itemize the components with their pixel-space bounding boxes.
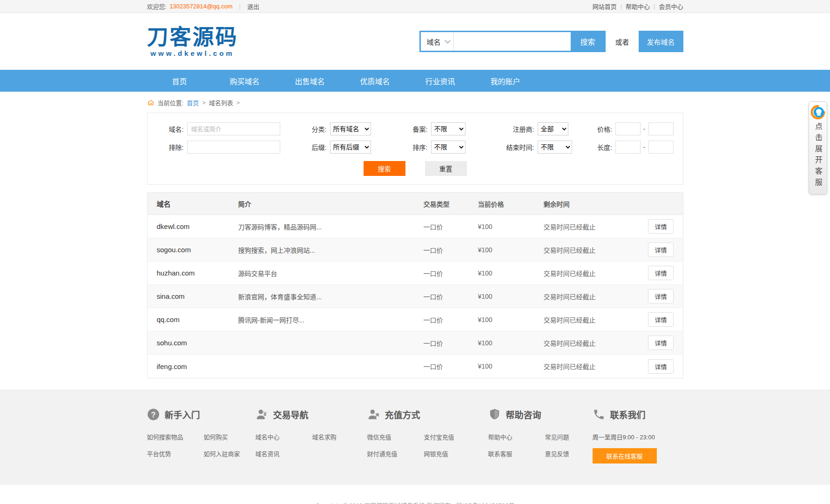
detail-button[interactable]: 详情 — [648, 336, 673, 350]
price-max-input[interactable] — [648, 122, 674, 135]
breadcrumb-home-link[interactable]: 首页 — [187, 98, 199, 107]
footer-column-beginner: ? 新手入门 如何搜索物品 如何购买 平台优势 如何入驻商家 — [147, 408, 256, 464]
footer-link[interactable]: 域名求购 — [312, 432, 364, 441]
nav-item-home[interactable]: 首页 — [147, 70, 212, 92]
time-cell: 交易时间已经截止 — [544, 269, 645, 278]
topbar-link-member[interactable]: 会员中心 — [659, 2, 683, 11]
suffix-select[interactable]: 所有后缀 — [330, 141, 371, 154]
nav-item-buy-domain[interactable]: 购买域名 — [212, 70, 277, 92]
table-row: sohu.com 一口价 ¥100 交易时间已经截止 详情 — [148, 331, 683, 355]
domain-cell: sohu.com — [157, 339, 238, 347]
contact-online-service-button[interactable]: 联系在线客服 — [593, 448, 657, 464]
nav-item-industry-news[interactable]: 行业资讯 — [408, 70, 473, 92]
breadcrumb-current: 域名列表 — [209, 98, 233, 107]
length-max-input[interactable] — [648, 141, 674, 154]
time-cell: 交易时间已经截止 — [544, 362, 645, 371]
filter-search-button[interactable]: 搜索 — [364, 161, 405, 176]
time-cell: 交易时间已经截止 — [544, 222, 645, 231]
column-header-type: 交易类型 — [424, 199, 478, 208]
or-text: 或者 — [615, 37, 629, 47]
nav-item-premium-domain[interactable]: 优质域名 — [343, 70, 408, 92]
exclude-filter-input[interactable] — [187, 141, 280, 154]
detail-button[interactable]: 详情 — [648, 289, 673, 303]
filter-reset-button[interactable]: 重置 — [425, 161, 467, 176]
detail-button[interactable]: 详情 — [648, 219, 673, 234]
footer-link[interactable]: 帮助中心 — [488, 432, 540, 441]
detail-button[interactable]: 详情 — [648, 242, 673, 257]
price-min-input[interactable] — [615, 122, 641, 135]
type-cell: 一口价 — [424, 269, 478, 278]
table-row: dkewl.com 刀客源码博客，精品源码网... 一口价 ¥100 交易时间已… — [148, 215, 683, 238]
site-footer: ? 新手入门 如何搜索物品 如何购买 平台优势 如何入驻商家 ¥ 交易导航 — [0, 390, 830, 485]
footer-link[interactable]: 财付通充值 — [367, 449, 419, 458]
nav-item-sell-domain[interactable]: 出售域名 — [277, 70, 343, 92]
table-row: sina.com 新浪官网，体育盛事全知道... 一口价 ¥100 交易时间已经… — [148, 285, 683, 308]
footer-link[interactable]: 微信充值 — [367, 432, 419, 441]
copyright-text: Copyright © 2019 刀客源码测试域名系统 版权所有 - 浙ICP备… — [0, 485, 830, 504]
detail-button[interactable]: 详情 — [648, 359, 673, 374]
exclude-filter-label: 排除: — [157, 142, 184, 152]
price-cell: ¥100 — [478, 223, 544, 230]
detail-button[interactable]: 详情 — [648, 266, 673, 280]
publish-domain-button[interactable]: 发布域名 — [639, 31, 683, 52]
site-logo[interactable]: 刀客源码 www.dkewl.com — [147, 26, 238, 57]
column-header-time: 剩余时间 — [544, 199, 645, 208]
desc-cell: 新浪官网，体育盛事全知道... — [238, 292, 424, 301]
footer-column-title: 联系我们 — [610, 408, 646, 421]
price-cell: ¥100 — [478, 339, 544, 347]
column-header-domain: 域名 — [157, 199, 238, 208]
account-email-link[interactable]: 13023572814@qq.com — [169, 3, 232, 10]
topbar-link-help[interactable]: 帮助中心 — [626, 2, 650, 11]
search-category-dropdown[interactable]: 域名 — [421, 32, 453, 51]
domain-filter-input[interactable] — [187, 122, 280, 135]
footer-link[interactable]: 域名资讯 — [256, 449, 308, 458]
table-row: ifeng.com 一口价 ¥100 交易时间已经截止 详情 — [148, 355, 683, 378]
question-circle-icon: ? — [147, 408, 160, 421]
beian-select[interactable]: 不限 — [431, 122, 466, 135]
table-row: qq.com 腾讯网-新闻一网打尽... 一口价 ¥100 交易时间已经截止 详… — [148, 308, 683, 331]
registrar-select[interactable]: 全部 — [538, 122, 568, 135]
suffix-filter-label: 后缀: — [304, 142, 327, 152]
footer-link[interactable]: 域名中心 — [256, 432, 308, 441]
table-header-row: 域名 简介 交易类型 当前价格 剩余时间 — [148, 193, 683, 215]
logout-link[interactable]: 退出 — [247, 2, 259, 11]
category-select[interactable]: 所有域名 — [330, 122, 371, 135]
footer-link[interactable]: 如何入驻商家 — [204, 449, 256, 458]
price-cell: ¥100 — [478, 363, 544, 370]
detail-button[interactable]: 详情 — [648, 312, 673, 327]
footer-column-title: 新手入门 — [165, 408, 200, 421]
footer-link[interactable]: 联系客服 — [488, 449, 540, 458]
desc-cell: 腾讯网-新闻一网打尽... — [238, 315, 424, 324]
topbar: 欢迎您: 13023572814@qq.com | 退出 网站首页 | 帮助中心… — [0, 0, 830, 13]
topbar-link-home[interactable]: 网站首页 — [593, 2, 617, 11]
footer-link[interactable]: 意见反馈 — [545, 449, 597, 458]
footer-link[interactable]: 平台优势 — [147, 449, 199, 458]
footer-link[interactable]: 如何搜索物品 — [147, 432, 199, 441]
domain-filter-label: 域名: — [157, 124, 184, 134]
endtime-select[interactable]: 不限 — [538, 141, 572, 154]
domain-cell: qq.com — [157, 316, 238, 323]
domain-list-table: 域名 简介 交易类型 当前价格 剩余时间 dkewl.com 刀客源码博客，精品… — [147, 192, 683, 378]
domain-filter-panel: 域名: 分类: 所有域名 备案: 不限 注册商: 全部 — [147, 113, 683, 185]
desc-cell: 搜狗搜索，网上冲浪网站... — [238, 245, 424, 255]
footer-link[interactable]: 网银充值 — [424, 449, 476, 458]
shield-icon — [488, 408, 501, 421]
header-search-input[interactable] — [454, 32, 571, 51]
customer-service-widget[interactable]: 点击展开客服 — [809, 101, 827, 195]
footer-link[interactable]: 支付宝充值 — [424, 432, 476, 441]
time-cell: 交易时间已经截止 — [544, 338, 645, 348]
phone-icon — [593, 408, 605, 421]
sort-select[interactable]: 不限 — [431, 141, 466, 154]
price-cell: ¥100 — [478, 293, 544, 300]
length-min-input[interactable] — [615, 141, 641, 154]
footer-link[interactable]: 常见问题 — [545, 432, 597, 441]
nav-item-my-account[interactable]: 我的账户 — [473, 70, 538, 92]
search-category-label: 域名 — [426, 37, 440, 47]
desc-cell: 刀客源码博客，精品源码网... — [238, 222, 424, 231]
time-cell: 交易时间已经截止 — [544, 292, 645, 301]
footer-link[interactable]: 如何购买 — [204, 432, 256, 441]
header-search-button[interactable]: 搜索 — [571, 32, 604, 51]
footer-column-title: 交易导航 — [273, 408, 309, 421]
welcome-label: 欢迎您: — [147, 2, 167, 11]
breadcrumb: 当前位置: 首页 > 域名列表 > — [0, 92, 830, 113]
